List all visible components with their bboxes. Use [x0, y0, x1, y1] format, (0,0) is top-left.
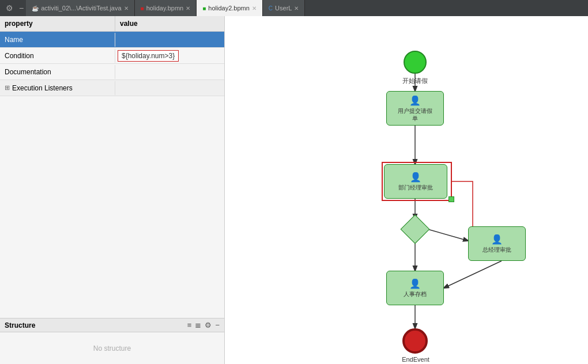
tab-userl[interactable]: C UserL ✕ — [263, 0, 306, 16]
green-connector — [448, 196, 454, 202]
person-icon-1: 👤 — [409, 95, 421, 106]
bpmn-canvas: 开始请假 👤 用户提交请假单 👤 部门经理审批 👤 总经理审批 — [225, 16, 588, 364]
prop-name-value[interactable] — [115, 37, 224, 43]
minus-icon[interactable]: − — [17, 3, 26, 13]
tab-activiti-label: activiti_02\...\ActivitiTest.java — [41, 5, 121, 12]
structure-list-icon[interactable]: ≣ — [195, 321, 201, 329]
prop-row-condition[interactable]: Condition ${holiday.num>3} — [0, 48, 224, 64]
prop-row-documentation[interactable]: Documentation — [0, 64, 224, 80]
bpmn-red-icon: ■ — [141, 5, 144, 12]
prop-documentation-value[interactable] — [115, 69, 224, 75]
bpmn-green-icon: ■ — [202, 5, 206, 12]
no-structure-text: No structure — [93, 344, 131, 352]
tab-activiti-close[interactable]: ✕ — [124, 5, 129, 12]
tab-holiday2-close[interactable]: ✕ — [252, 5, 257, 12]
task-hr-archive[interactable]: 👤 人事存档 — [386, 271, 444, 305]
tab-holiday2[interactable]: ■ holiday2.bpmn ✕ — [197, 0, 263, 16]
java-file-icon: ☕ — [32, 5, 39, 12]
prop-condition-value[interactable]: ${holiday.num>3} — [115, 48, 224, 63]
header-value: value — [115, 16, 224, 31]
user-file-icon: C — [269, 5, 273, 12]
task-general-label: 总经理审批 — [483, 246, 511, 254]
prop-row-exec-listeners[interactable]: ⊞ Execution Listeners — [0, 80, 224, 96]
task-submit-label: 用户提交请假单 — [398, 107, 432, 122]
structure-title: Structure — [5, 321, 183, 329]
structure-header: Structure ≡ ≣ ⚙ − — [0, 318, 224, 332]
prop-row-name[interactable]: Name — [0, 32, 224, 48]
tab-userl-close[interactable]: ✕ — [294, 5, 299, 12]
tab-holiday2-label: holiday2.bpmn — [208, 5, 250, 12]
start-event-label: 开始请假 — [395, 77, 435, 85]
tab-holiday-close[interactable]: ✕ — [186, 5, 190, 12]
header-property: property — [0, 16, 115, 31]
exec-listeners-text: Execution Listeners — [12, 84, 73, 92]
main-layout: property value Name Condition ${holiday.… — [0, 16, 588, 364]
structure-gear-icon[interactable]: ⚙ — [205, 321, 212, 329]
properties-table: property value Name Condition ${holiday.… — [0, 16, 224, 318]
task-submit-leave[interactable]: 👤 用户提交请假单 — [386, 91, 444, 126]
task-hr-label: 人事存档 — [404, 290, 427, 298]
expand-icon[interactable]: ⊞ — [5, 84, 10, 92]
structure-align-icon[interactable]: ≡ — [187, 321, 192, 329]
prop-condition-label: Condition — [0, 49, 115, 63]
task-dept-manager[interactable]: 👤 部门经理审批 — [384, 164, 447, 199]
properties-header: property value — [0, 16, 224, 32]
prop-exec-listeners-label: ⊞ Execution Listeners — [0, 81, 115, 95]
prop-name-label: Name — [0, 33, 115, 47]
end-event-label: EndEvent — [395, 356, 436, 363]
prop-documentation-label: Documentation — [0, 65, 115, 79]
tab-userl-label: UserL — [275, 5, 292, 12]
tab-bar: ⚙ − ☕ activiti_02\...\ActivitiTest.java … — [0, 0, 588, 16]
left-panel: property value Name Condition ${holiday.… — [0, 16, 225, 364]
tab-holiday-label: holiday.bpmn — [146, 5, 184, 12]
structure-panel: Structure ≡ ≣ ⚙ − No structure — [0, 318, 224, 364]
gear-icon[interactable]: ⚙ — [2, 3, 17, 13]
structure-body: No structure — [0, 332, 224, 364]
person-icon-4: 👤 — [409, 278, 421, 289]
condition-value-box[interactable]: ${holiday.num>3} — [118, 50, 179, 62]
task-general-manager[interactable]: 👤 总经理审批 — [468, 226, 526, 261]
gateway[interactable] — [405, 219, 425, 240]
tab-activiti[interactable]: ☕ activiti_02\...\ActivitiTest.java ✕ — [26, 0, 134, 16]
structure-icons: ≡ ≣ ⚙ − — [187, 321, 220, 329]
tab-holiday[interactable]: ■ holiday.bpmn ✕ — [135, 0, 197, 16]
structure-minus-icon[interactable]: − — [215, 321, 220, 329]
start-event[interactable] — [404, 51, 427, 74]
person-icon-2: 👤 — [410, 172, 421, 183]
svg-line-5 — [428, 229, 468, 241]
prop-exec-listeners-value[interactable] — [115, 85, 224, 91]
canvas-area[interactable]: 开始请假 👤 用户提交请假单 👤 部门经理审批 👤 总经理审批 — [225, 16, 588, 364]
person-icon-3: 👤 — [491, 234, 503, 245]
svg-line-6 — [444, 261, 502, 288]
task-dept-label: 部门经理审批 — [398, 184, 433, 192]
end-event[interactable] — [402, 328, 428, 354]
